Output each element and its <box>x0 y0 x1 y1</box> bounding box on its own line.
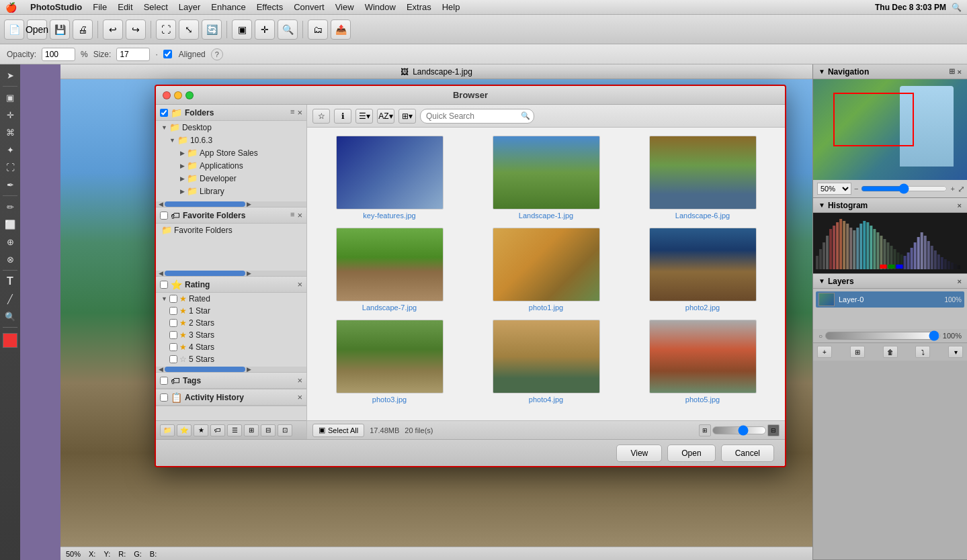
rating-item-5star[interactable]: ☆ 5 Stars <box>156 353 306 365</box>
menu-enhance[interactable]: Enhance <box>206 0 251 15</box>
activity-history-checkbox[interactable] <box>160 393 168 402</box>
favorite-folders-checkbox[interactable] <box>160 212 168 220</box>
apple-logo-icon[interactable]: 🍎 <box>5 2 17 13</box>
browser-view-dropdown[interactable]: ☰▾ <box>355 109 373 124</box>
activity-history-close-icon[interactable]: × <box>297 392 302 402</box>
sb-info-button[interactable]: ⊡ <box>278 424 292 436</box>
tags-close-icon[interactable]: × <box>297 375 302 385</box>
tool-line[interactable]: ╱ <box>2 291 18 307</box>
move-button[interactable]: ✛ <box>255 19 275 40</box>
3star-checkbox[interactable] <box>169 331 177 339</box>
menu-select[interactable]: Select <box>138 0 173 15</box>
tool-magic-wand[interactable]: ✦ <box>2 142 18 158</box>
menu-view[interactable]: View <box>330 0 360 15</box>
menu-help[interactable]: Help <box>437 0 466 15</box>
opacity-input[interactable] <box>42 48 75 61</box>
merge-layers-button[interactable]: ⤵ <box>915 346 930 358</box>
sb-star-button[interactable]: ★ <box>194 424 208 436</box>
nav-close-icon[interactable]: × <box>958 68 962 76</box>
nav-options-icon[interactable]: ⊞ <box>949 67 955 76</box>
sb-tag-button[interactable]: 🏷 <box>210 424 225 436</box>
fav-scroll-right-icon[interactable]: ▶ <box>247 270 251 277</box>
size-input[interactable] <box>116 48 150 61</box>
rating-item-2star[interactable]: ★ 2 Stars <box>156 317 306 329</box>
layer-item-0[interactable]: 100% <box>816 291 964 308</box>
tool-move[interactable]: ✛ <box>2 107 18 123</box>
folders-checkbox[interactable] <box>160 109 168 117</box>
print-button[interactable]: 🖨 <box>73 19 93 40</box>
close-window-button[interactable] <box>163 91 171 99</box>
export-button[interactable]: 📤 <box>331 19 351 40</box>
aligned-checkbox[interactable] <box>163 50 172 58</box>
folders-scroll-left-icon[interactable]: ◀ <box>159 201 163 207</box>
rating-scroll-left-icon[interactable]: ◀ <box>159 366 163 373</box>
rated-checkbox[interactable] <box>169 295 177 303</box>
folders-scroll-right-icon[interactable]: ▶ <box>247 201 251 207</box>
browser-fav-button[interactable]: ☆ <box>312 109 330 124</box>
fav-list-icon[interactable]: ≡ <box>289 210 296 220</box>
tool-zoom[interactable]: 🔍 <box>2 308 18 324</box>
folders-list-icon[interactable]: ≡ <box>289 107 296 118</box>
histogram-close-icon[interactable]: × <box>958 201 962 209</box>
view-button[interactable]: View <box>616 445 662 462</box>
menu-file[interactable]: File <box>87 0 112 15</box>
file-item-photo5[interactable]: photo5.jpg <box>626 317 780 406</box>
menu-window[interactable]: Window <box>360 0 401 15</box>
5star-checkbox[interactable] <box>169 355 177 363</box>
rotate-button[interactable]: 🔄 <box>202 19 222 40</box>
delete-layer-button[interactable]: 🗑 <box>883 346 898 358</box>
open-button[interactable]: Open <box>27 19 47 40</box>
2star-checkbox[interactable] <box>169 319 177 327</box>
file-item-photo4[interactable]: photo4.jpg <box>469 317 623 406</box>
sb-grid-button[interactable]: ⊟ <box>261 424 276 436</box>
rating-checkbox[interactable] <box>160 281 168 289</box>
tool-select-rect[interactable]: ▣ <box>2 89 18 105</box>
dot-select[interactable]: · <box>155 50 157 59</box>
rating-item-1star[interactable]: ★ 1 Star <box>156 305 306 317</box>
tree-item-library[interactable]: ▶ 📁 Library <box>156 185 306 197</box>
file-item-photo1[interactable]: photo1.jpg <box>469 225 623 314</box>
tree-item-1063[interactable]: ▼ 📁 10.6.3 <box>156 134 306 146</box>
select-tb-button[interactable]: ▣ <box>232 19 252 40</box>
nav-zoom-in-icon[interactable]: + <box>950 185 954 193</box>
search-menubar-icon[interactable]: 🔍 <box>952 3 962 12</box>
layer-options-button[interactable]: ▾ <box>948 346 963 358</box>
tool-text[interactable]: T <box>2 273 18 289</box>
file-item-keyfeatures[interactable]: key-features.jpg <box>312 133 466 222</box>
tool-clone[interactable]: ⊕ <box>2 234 18 250</box>
sb-list-button[interactable]: ☰ <box>227 424 242 436</box>
grid-view-button[interactable]: ⊞ <box>699 424 711 436</box>
list-view-button[interactable]: ⊟ <box>767 424 780 436</box>
1star-checkbox[interactable] <box>169 307 177 315</box>
resize-button[interactable]: ⤡ <box>179 19 199 40</box>
folders-close-icon[interactable]: × <box>297 107 302 118</box>
tool-lasso[interactable]: ⌘ <box>2 124 18 140</box>
tags-checkbox[interactable] <box>160 377 168 385</box>
layer-name-input[interactable] <box>839 295 940 304</box>
rating-item-4star[interactable]: ★ 4 Stars <box>156 341 306 353</box>
browser-search-input[interactable] <box>420 109 534 124</box>
file-item-landscape7[interactable]: Landscape-7.jpg <box>312 225 466 314</box>
browser-columns-button[interactable]: ⊞▾ <box>398 109 416 124</box>
sb-thumb-button[interactable]: ⊞ <box>244 424 259 436</box>
menu-photostudio[interactable]: PhotoStudio <box>25 0 87 15</box>
foreground-color[interactable] <box>3 333 17 348</box>
layers-close-icon[interactable]: × <box>958 277 962 285</box>
menu-extras[interactable]: Extras <box>401 0 437 15</box>
sb-new-folder-button[interactable]: 📁 <box>160 424 175 436</box>
tool-eyedropper[interactable]: ✒ <box>2 177 18 193</box>
add-layer-button[interactable]: + <box>817 346 832 358</box>
cancel-button[interactable]: Cancel <box>721 445 774 462</box>
file-item-photo3[interactable]: photo3.jpg <box>312 317 466 406</box>
rating-scroll-right-icon[interactable]: ▶ <box>247 366 251 373</box>
rating-close-icon[interactable]: × <box>297 279 302 289</box>
maximize-window-button[interactable] <box>185 91 194 99</box>
nav-fit-icon[interactable]: ⤢ <box>958 184 965 194</box>
fav-folder-item[interactable]: 📁 Favorite Folders <box>156 224 306 236</box>
open-button[interactable]: Open <box>667 445 715 462</box>
4star-checkbox[interactable] <box>169 343 177 351</box>
duplicate-layer-button[interactable]: ⊞ <box>850 346 865 358</box>
help-icon[interactable]: ? <box>211 48 223 60</box>
rating-scrollbar[interactable] <box>165 367 245 372</box>
file-item-photo2[interactable]: photo2.jpg <box>626 225 780 314</box>
